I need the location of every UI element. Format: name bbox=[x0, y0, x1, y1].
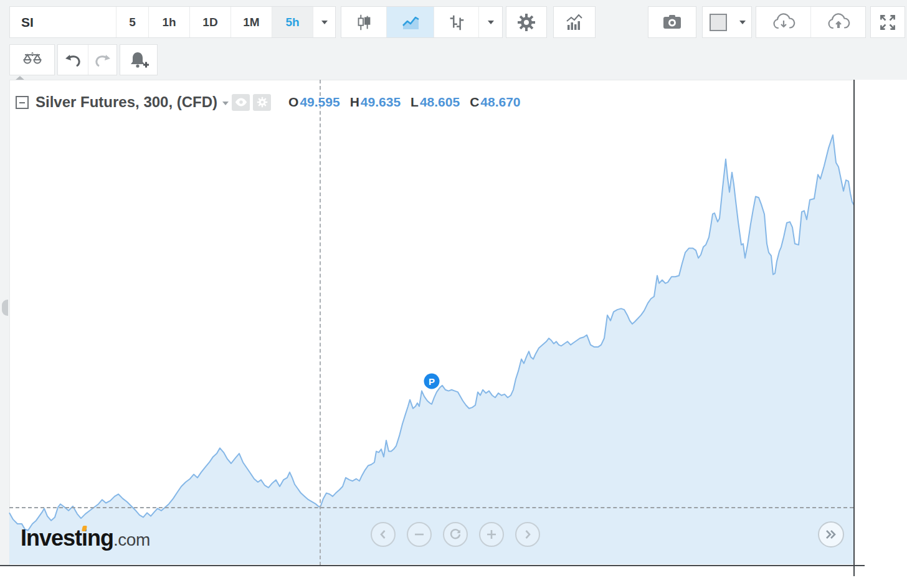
time-axis[interactable] bbox=[0, 566, 907, 588]
investing-logo: Investing.com bbox=[21, 525, 150, 551]
low-key: L bbox=[411, 95, 419, 110]
go-to-realtime-button[interactable] bbox=[818, 521, 844, 548]
double-chevron-right-icon bbox=[825, 529, 837, 539]
refresh-icon bbox=[449, 528, 462, 541]
toggle-visibility-button[interactable] bbox=[232, 94, 250, 111]
series-settings-button[interactable] bbox=[253, 94, 271, 111]
chevron-down-icon[interactable] bbox=[222, 102, 229, 105]
crosshair-vertical-line bbox=[320, 80, 321, 566]
plus-icon bbox=[486, 529, 497, 540]
gear-icon bbox=[256, 96, 268, 108]
low-value: 48.605 bbox=[420, 95, 460, 110]
reset-chart-button[interactable] bbox=[443, 522, 468, 547]
price-axis[interactable] bbox=[853, 80, 907, 566]
price-axis-border bbox=[853, 80, 855, 576]
drawing-toolbar-handle[interactable] bbox=[2, 300, 8, 316]
logo-tld: .com bbox=[113, 530, 150, 550]
minus-icon bbox=[414, 529, 425, 540]
chevron-right-icon bbox=[523, 529, 532, 539]
zoom-in-button[interactable] bbox=[479, 522, 504, 547]
position-marker[interactable]: P bbox=[424, 374, 440, 389]
logo-text: ng bbox=[87, 525, 113, 551]
level-dashed-line bbox=[9, 507, 853, 508]
close-value: 48.670 bbox=[480, 95, 520, 110]
chevron-left-icon bbox=[379, 529, 387, 539]
ohlc-readout: O 49.595 H 49.635 L 48.605 C 48.670 bbox=[281, 95, 520, 110]
scroll-left-button[interactable] bbox=[371, 522, 396, 547]
collapse-legend-icon[interactable] bbox=[16, 96, 29, 109]
close-key: C bbox=[470, 95, 479, 110]
open-value: 49.595 bbox=[300, 95, 340, 110]
logo-accent-i: i bbox=[82, 525, 87, 551]
time-axis-border bbox=[0, 565, 865, 566]
zoom-out-button[interactable] bbox=[407, 522, 432, 547]
logo-text: Invest bbox=[21, 525, 82, 551]
scroll-right-button[interactable] bbox=[515, 522, 540, 547]
area-fill bbox=[9, 135, 854, 564]
chart-application: SI 5 1h 1D 1M 5h bbox=[0, 0, 907, 588]
eye-icon bbox=[234, 97, 248, 108]
high-key: H bbox=[350, 95, 359, 110]
chart-title[interactable]: Silver Futures, 300, (CFD) bbox=[36, 93, 217, 111]
price-area-chart bbox=[0, 0, 907, 588]
open-key: O bbox=[288, 95, 298, 110]
instrument-readout: Silver Futures, 300, (CFD) O 4 bbox=[16, 93, 521, 111]
high-value: 49.635 bbox=[361, 95, 401, 110]
